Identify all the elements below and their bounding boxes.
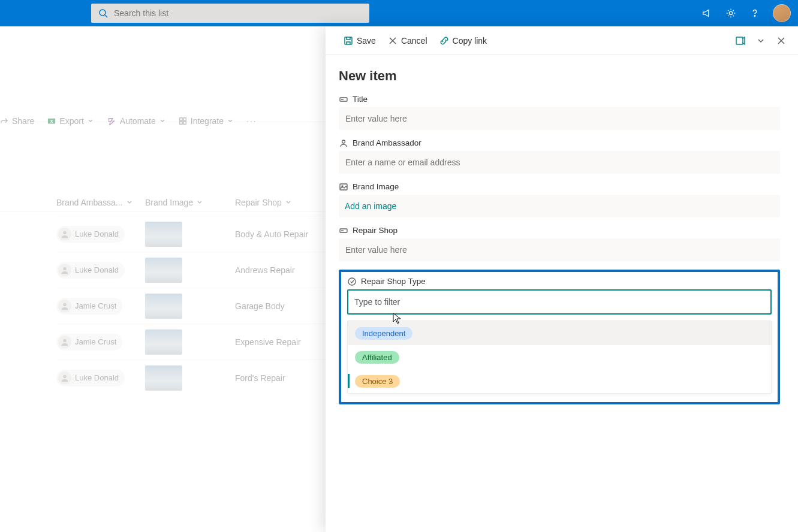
title-input-wrap[interactable] xyxy=(339,107,780,130)
copy-link-label: Copy link xyxy=(453,36,487,46)
megaphone-icon[interactable] xyxy=(701,7,713,19)
thumbnail-image xyxy=(145,330,182,355)
search-box[interactable] xyxy=(91,4,369,23)
choice-chip: Choice 3 xyxy=(355,375,400,388)
close-panel-icon[interactable] xyxy=(775,35,787,47)
repair-shop-type-label: Repair Shop Type xyxy=(361,277,426,286)
svg-rect-15 xyxy=(345,37,352,44)
text-field-icon xyxy=(339,95,348,104)
ambassador-label: Brand Ambassador xyxy=(353,138,421,147)
image-icon xyxy=(339,182,348,191)
svg-point-12 xyxy=(63,303,66,306)
export-label: Export xyxy=(59,116,83,126)
field-title: Title xyxy=(339,95,780,130)
thumbnail-image xyxy=(145,222,182,247)
new-item-panel: Save Cancel Copy link New i xyxy=(326,26,798,532)
search-input[interactable] xyxy=(114,8,363,18)
svg-rect-7 xyxy=(183,118,186,120)
help-icon[interactable] xyxy=(749,7,761,19)
person-chip: Jamie Crust xyxy=(56,334,122,350)
person-avatar-icon xyxy=(58,335,71,349)
svg-point-10 xyxy=(63,231,66,234)
person-avatar-icon xyxy=(58,228,71,241)
repair-shop-label: Repair Shop xyxy=(353,226,398,235)
person-name: Jamie Crust xyxy=(75,301,116,310)
share-button[interactable]: Share xyxy=(0,116,34,126)
thumbnail-image xyxy=(145,365,182,391)
field-repair-shop: Repair Shop xyxy=(339,226,780,261)
app-header xyxy=(0,0,798,26)
table-row[interactable]: Jamie Crust Garage Body xyxy=(56,288,355,324)
person-avatar-icon xyxy=(58,264,71,277)
table-row[interactable]: Luke Donald Andrews Repair xyxy=(56,252,355,288)
svg-point-11 xyxy=(63,267,66,270)
person-name: Luke Donald xyxy=(75,229,119,238)
repair-shop-input[interactable] xyxy=(345,245,773,255)
svg-rect-9 xyxy=(183,122,186,124)
choice-option-independent[interactable]: Independent xyxy=(348,321,771,345)
settings-icon[interactable] xyxy=(725,7,737,19)
automate-button[interactable]: Automate xyxy=(107,116,165,126)
close-icon xyxy=(388,36,398,46)
col-repair-shop[interactable]: Repair Shop xyxy=(235,198,325,207)
more-button[interactable]: ··· xyxy=(246,116,257,126)
table-row[interactable]: Luke Donald Ford's Repair xyxy=(56,359,355,395)
column-headers: Brand Ambassa... Brand Image Repair Shop xyxy=(56,198,325,207)
svg-point-3 xyxy=(754,16,755,16)
table-row[interactable]: Jamie Crust Expensive Repair xyxy=(56,324,355,359)
chevron-down-icon[interactable] xyxy=(755,35,767,47)
field-image: Brand Image Add an image xyxy=(339,182,780,217)
svg-point-18 xyxy=(342,140,345,143)
person-name: Luke Donald xyxy=(75,265,119,274)
choice-filter-input[interactable] xyxy=(354,297,764,307)
header-actions xyxy=(701,4,791,22)
search-icon xyxy=(97,7,109,19)
svg-point-14 xyxy=(63,374,66,377)
col-label: Brand Image xyxy=(145,198,193,207)
user-avatar[interactable] xyxy=(773,4,791,22)
person-name: Luke Donald xyxy=(75,373,119,382)
svg-point-2 xyxy=(729,11,732,14)
field-ambassador: Brand Ambassador xyxy=(339,138,780,174)
title-label: Title xyxy=(353,95,368,104)
choice-filter-input-wrap[interactable] xyxy=(347,289,772,315)
edit-form-icon[interactable] xyxy=(734,35,746,47)
person-name: Jamie Crust xyxy=(75,337,116,346)
svg-point-13 xyxy=(63,338,66,341)
choice-icon xyxy=(347,277,356,286)
add-image-link[interactable]: Add an image xyxy=(345,201,396,211)
text-field-icon xyxy=(339,226,348,235)
ambassador-input[interactable] xyxy=(345,158,773,167)
svg-rect-16 xyxy=(736,37,743,44)
person-avatar-icon xyxy=(58,300,71,313)
person-chip: Jamie Crust xyxy=(56,298,122,315)
person-chip: Luke Donald xyxy=(56,370,125,386)
save-button[interactable]: Save xyxy=(344,36,376,46)
ambassador-input-wrap[interactable] xyxy=(339,151,780,174)
link-icon xyxy=(439,36,449,46)
svg-rect-8 xyxy=(180,122,182,124)
repair-shop-input-wrap[interactable] xyxy=(339,238,780,261)
title-input[interactable] xyxy=(345,114,773,123)
table-row[interactable]: Luke Donald Body & Auto Repair xyxy=(56,216,355,252)
col-label: Repair Shop xyxy=(235,198,282,207)
svg-point-0 xyxy=(100,10,106,16)
integrate-button[interactable]: Integrate xyxy=(179,116,233,126)
person-chip: Luke Donald xyxy=(56,226,125,243)
automate-label: Automate xyxy=(120,116,156,126)
cancel-button[interactable]: Cancel xyxy=(388,36,427,46)
share-label: Share xyxy=(12,116,34,126)
export-button[interactable]: X Export xyxy=(47,116,93,126)
col-brand-image[interactable]: Brand Image xyxy=(145,198,235,207)
col-brand-ambassador[interactable]: Brand Ambassa... xyxy=(56,198,145,207)
choice-chip: Independent xyxy=(355,327,412,340)
svg-line-1 xyxy=(105,15,107,17)
integrate-label: Integrate xyxy=(191,116,224,126)
choice-option-choice3[interactable]: Choice 3 xyxy=(348,369,771,393)
panel-title: New item xyxy=(339,68,780,84)
choice-option-affiliated[interactable]: Affiliated xyxy=(348,345,771,369)
copy-link-button[interactable]: Copy link xyxy=(439,36,487,46)
image-label: Brand Image xyxy=(353,182,399,191)
table-rows: Luke Donald Body & Auto Repair Luke Dona… xyxy=(56,216,355,395)
field-repair-shop-type-highlight: Repair Shop Type Independent Affiliated … xyxy=(339,270,780,404)
